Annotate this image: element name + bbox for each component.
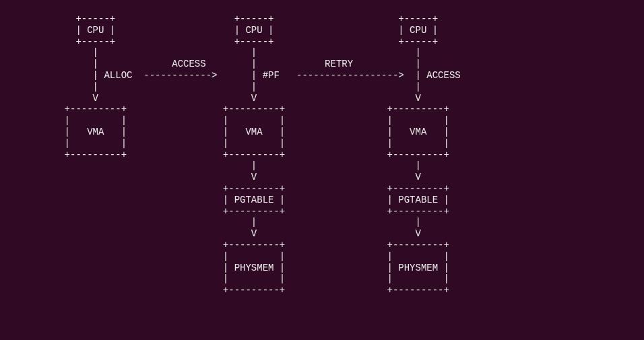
ascii-diagram: +-----+ +-----+ +-----+ | CPU | | CPU | … [13, 13, 631, 296]
